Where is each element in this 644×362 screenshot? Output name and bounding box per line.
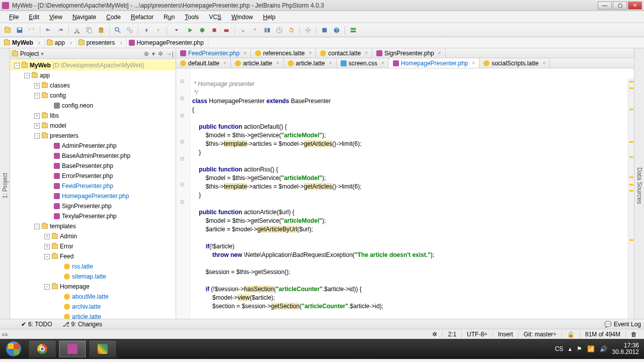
tree-file[interactable]: HomepagePresenter.php xyxy=(10,191,176,201)
tab-close-button[interactable]: × xyxy=(276,60,279,66)
redo-button[interactable] xyxy=(55,25,66,36)
tree-homepage[interactable]: −Homepage xyxy=(10,282,176,292)
find-button[interactable] xyxy=(112,25,123,36)
settings-icon[interactable]: ✲ xyxy=(158,50,163,57)
status-git[interactable]: Git: master ÷ xyxy=(518,331,561,338)
crumb-app[interactable]: app xyxy=(45,38,76,47)
tab-close-button[interactable]: × xyxy=(365,50,368,56)
editor-tab[interactable]: HomepagePresenter.php× xyxy=(389,58,479,68)
tree-file[interactable]: sitemap.latte xyxy=(10,272,176,282)
tray-flag-icon[interactable]: ⚑ xyxy=(577,345,582,352)
tab-close-button[interactable]: × xyxy=(244,50,247,56)
menu-file[interactable]: File xyxy=(4,12,24,22)
tree-file[interactable]: BasePresenter.php xyxy=(10,161,176,171)
tab-close-button[interactable]: × xyxy=(223,60,226,66)
menu-run[interactable]: Run xyxy=(158,12,180,22)
status-encoding[interactable]: UTF-8 ÷ xyxy=(461,331,493,338)
vcs-revert-button[interactable] xyxy=(286,25,297,36)
tray-volume-icon[interactable]: 🔊 xyxy=(600,345,607,352)
status-memory[interactable]: 81M of 494M xyxy=(580,331,625,338)
maximize-button[interactable]: ▢ xyxy=(613,2,627,10)
tray-language[interactable]: CS xyxy=(555,345,564,352)
forward-button[interactable] xyxy=(153,25,164,36)
minimize-button[interactable]: — xyxy=(598,2,612,10)
menu-edit[interactable]: Edit xyxy=(24,12,44,22)
tree-admin[interactable]: +Admin xyxy=(10,231,176,241)
open-button[interactable] xyxy=(2,25,13,36)
help-button[interactable]: ? xyxy=(331,25,342,36)
tab-close-button[interactable]: × xyxy=(309,50,312,56)
tree-root[interactable]: −MyWeb (D:\Development\Apache\MyWeb) xyxy=(10,60,176,70)
tab-close-button[interactable]: × xyxy=(543,60,546,66)
menu-refactor[interactable]: Refactor xyxy=(126,12,158,22)
menu-window[interactable]: Window xyxy=(226,12,258,22)
tab-close-button[interactable]: × xyxy=(438,50,441,56)
settings-button[interactable] xyxy=(302,25,313,36)
copy-button[interactable] xyxy=(84,25,95,36)
tree-file[interactable]: BaseAdminPresenter.php xyxy=(10,151,176,161)
status-trash-icon[interactable]: 🗑 xyxy=(625,331,642,338)
tree-file[interactable]: SignPresenter.php xyxy=(10,201,176,211)
editor-tab[interactable]: socialScripts.latte× xyxy=(479,58,550,68)
editor-tab[interactable]: SignPresenter.php× xyxy=(372,48,446,58)
editor-tab[interactable]: screen.css× xyxy=(337,58,389,68)
editor-tab[interactable]: FeedPresenter.php× xyxy=(176,48,251,58)
editor-tab[interactable]: default.latte× xyxy=(176,58,231,68)
todo-tab[interactable]: ✔ 6: TODO xyxy=(21,321,52,328)
task-phpstorm[interactable] xyxy=(58,340,87,358)
menu-code[interactable]: Code xyxy=(101,12,126,22)
menu-navigate[interactable]: Navigate xyxy=(67,12,101,22)
paste-button[interactable] xyxy=(96,25,107,36)
vcs-update-button[interactable] xyxy=(237,25,249,36)
menu-tools[interactable]: Tools xyxy=(180,12,204,22)
run-config-dropdown[interactable] xyxy=(170,25,184,36)
crumb-presenters[interactable]: presenters xyxy=(76,38,127,47)
editor-tab[interactable]: contact.latte× xyxy=(316,48,372,58)
status-lock-icon[interactable]: 🔒 xyxy=(561,331,580,338)
command-line-button[interactable] xyxy=(348,25,359,36)
close-button[interactable]: ✕ xyxy=(628,2,642,10)
tab-close-button[interactable]: × xyxy=(381,60,384,66)
tree-feed[interactable]: −Feed xyxy=(10,251,176,261)
locate-button[interactable]: ⊕ xyxy=(144,50,149,57)
crumb-file[interactable]: HomepagePresenter.php xyxy=(127,38,208,47)
task-chrome[interactable] xyxy=(28,340,56,358)
back-button[interactable] xyxy=(141,25,152,36)
stop-button[interactable] xyxy=(209,25,220,36)
eventlog-tab[interactable]: 💬 Event Log xyxy=(604,321,641,328)
replace-button[interactable] xyxy=(124,25,135,36)
menu-view[interactable]: View xyxy=(44,12,67,22)
tree-templates[interactable]: −templates xyxy=(10,221,176,231)
save-button[interactable] xyxy=(14,25,25,36)
tree-file[interactable]: archiv.latte xyxy=(10,302,176,312)
changes-tab[interactable]: ⎇ 9: Changes xyxy=(62,321,102,328)
tray-network-icon[interactable]: 📶 xyxy=(587,345,595,352)
vcs-commit-button[interactable] xyxy=(250,25,261,36)
menu-vcs[interactable]: VCS xyxy=(204,12,226,22)
tree-presenters[interactable]: −presenters xyxy=(10,131,176,141)
marker-bar[interactable] xyxy=(628,78,634,319)
status-position[interactable]: 2:1 xyxy=(442,331,461,338)
tree-file[interactable]: TexylaPresenter.php xyxy=(10,211,176,221)
code-editor[interactable]: ⊟ ⊟ ⊟ ⊟ ⊟ ⊟ ⊟ * Homepage presenter */ cl… xyxy=(176,68,634,319)
tree-config[interactable]: −config xyxy=(10,90,176,101)
editor-tab[interactable]: article.latte× xyxy=(231,58,284,68)
tree-file[interactable]: aboutMe.latte xyxy=(10,292,176,302)
menu-help[interactable]: Help xyxy=(258,12,281,22)
tree-error[interactable]: +Error xyxy=(10,241,176,251)
tree-file[interactable]: ErrorPresenter.php xyxy=(10,171,176,181)
status-insert[interactable]: Insert xyxy=(493,331,518,338)
tree-config-neon[interactable]: config.neon xyxy=(10,101,176,111)
start-button[interactable] xyxy=(1,340,26,358)
tree-file[interactable]: article.latte xyxy=(10,312,176,319)
tree-app[interactable]: −app xyxy=(10,70,176,80)
sync-button[interactable] xyxy=(26,25,37,36)
crumb-root[interactable]: MyWeb xyxy=(2,38,45,47)
tree-classes[interactable]: +classes xyxy=(10,80,176,90)
undo-button[interactable] xyxy=(43,25,54,36)
tree-model[interactable]: +model xyxy=(10,121,176,131)
panel-hide-button[interactable]: →| xyxy=(166,50,174,57)
vcs-history-button[interactable] xyxy=(274,25,285,36)
ide-help-button[interactable] xyxy=(319,25,330,36)
task-paint[interactable] xyxy=(89,340,117,358)
